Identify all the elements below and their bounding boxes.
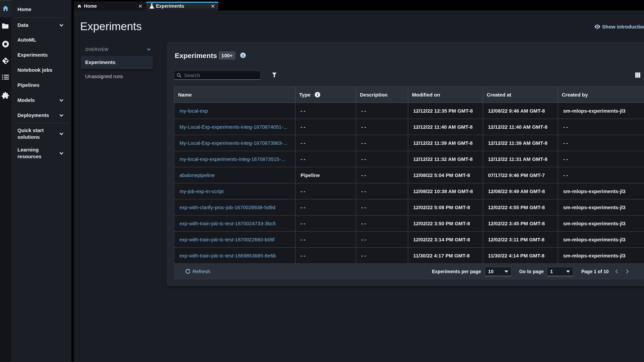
svg-text:i: i — [243, 53, 244, 58]
svg-text:i: i — [317, 93, 318, 98]
